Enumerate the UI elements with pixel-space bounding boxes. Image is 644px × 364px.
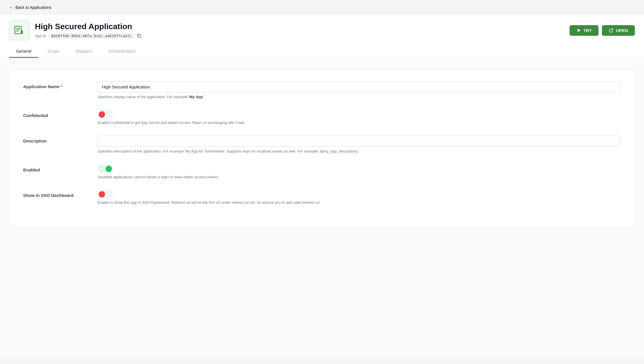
confidential-track xyxy=(98,110,112,118)
enabled-label-col: Enabled xyxy=(23,165,86,173)
app-name-hint: Specifies display name of the applicatio… xyxy=(98,94,621,100)
confidential-field-col: Enable Confidential to get App Secret an… xyxy=(98,110,621,126)
app-title-group: High Secured Application App ID 8920ffb6… xyxy=(35,22,141,39)
app-name-label: Application Name* xyxy=(23,84,62,89)
confidential-thumb xyxy=(99,111,105,118)
try-button-label: TRY xyxy=(583,28,592,33)
description-label: Description xyxy=(23,139,47,143)
open-button-label: OPEN xyxy=(616,28,628,33)
confidential-label: Confidential xyxy=(23,113,48,118)
content-area: Application Name* Specifies display name… xyxy=(0,58,644,359)
app-name-field-col: Specifies display name of the applicatio… xyxy=(98,81,621,100)
sso-thumb xyxy=(99,191,105,197)
app-name-input[interactable] xyxy=(98,81,621,92)
app-icon xyxy=(9,20,30,41)
confidential-label-col: Confidential xyxy=(23,110,86,118)
open-external-icon xyxy=(609,28,613,33)
field-app-name: Application Name* Specifies display name… xyxy=(23,81,621,100)
sso-field-col: Enable to show this app in SSO Dashboard… xyxy=(98,190,621,205)
tab-mappers[interactable]: Mappers xyxy=(69,45,99,58)
description-label-col: Description xyxy=(23,136,86,144)
tab-scope[interactable]: Scope xyxy=(40,45,66,58)
tab-authentication[interactable]: Authentication xyxy=(101,45,142,58)
description-input[interactable] xyxy=(98,136,621,147)
header-buttons: TRY OPEN xyxy=(570,25,635,36)
svg-line-6 xyxy=(611,29,613,31)
app-title: High Secured Application xyxy=(35,22,141,31)
sso-toggle[interactable] xyxy=(98,190,112,198)
svg-marker-5 xyxy=(578,29,580,32)
field-enabled: Enabled Disabled applications cannot ini… xyxy=(23,165,621,180)
field-description: Description Specifies description of the… xyxy=(23,136,621,154)
enabled-toggle[interactable] xyxy=(98,165,112,173)
enabled-label: Enabled xyxy=(23,167,40,172)
app-icon-svg xyxy=(14,25,25,36)
field-confidential: Confidential Enable Confidential to get … xyxy=(23,110,621,126)
header-section: High Secured Application App ID 8920ffb6… xyxy=(0,15,644,58)
sso-label: Show In SSO Dashboard xyxy=(23,193,74,198)
enabled-hint: Disabled applications cannot initiate a … xyxy=(98,174,621,180)
required-star: * xyxy=(61,84,62,89)
app-id-row: App ID 8920ffb6-895d-46fa-9cbc-a462977ca… xyxy=(35,33,141,39)
field-show-in-sso: Show In SSO Dashboard Enable to show thi… xyxy=(23,190,621,205)
back-nav-label: Back to Applications xyxy=(15,5,51,10)
app-header-left: High Secured Application App ID 8920ffb6… xyxy=(9,20,141,41)
back-arrow-icon: ← xyxy=(9,5,13,10)
tab-bar: General Scope Mappers Authentication xyxy=(9,45,635,58)
description-field-col: Specifies description of the application… xyxy=(98,136,621,154)
confidential-hint: Enable Confidential to get App Secret an… xyxy=(98,120,621,126)
try-play-icon xyxy=(576,28,581,33)
confidential-toggle-wrapper xyxy=(98,110,621,118)
sso-track xyxy=(98,190,112,198)
enabled-track xyxy=(98,165,112,173)
enabled-field-col: Disabled applications cannot initiate a … xyxy=(98,165,621,180)
app-name-label-col: Application Name* xyxy=(23,81,86,89)
tab-general[interactable]: General xyxy=(9,45,38,58)
enabled-toggle-wrapper xyxy=(98,165,621,173)
back-nav[interactable]: ← Back to Applications xyxy=(0,0,644,15)
description-hint: Specifies description of the application… xyxy=(98,149,621,154)
sso-label-col: Show In SSO Dashboard xyxy=(23,190,86,198)
form-card: Application Name* Specifies display name… xyxy=(9,70,635,228)
copy-icon[interactable] xyxy=(137,33,141,38)
try-button[interactable]: TRY xyxy=(570,25,598,36)
sso-toggle-wrapper xyxy=(98,190,621,198)
confidential-toggle[interactable] xyxy=(98,110,112,118)
sso-hint: Enable to show this app in SSO Dashboard… xyxy=(98,200,621,205)
enabled-thumb xyxy=(106,166,112,172)
app-id-label: App ID xyxy=(35,34,46,38)
app-id-value: 8920ffb6-895d-46fa-9cbc-a462977cae7c xyxy=(49,33,135,39)
open-button[interactable]: OPEN xyxy=(602,25,635,36)
app-header: High Secured Application App ID 8920ffb6… xyxy=(9,20,635,41)
svg-rect-4 xyxy=(138,35,141,37)
